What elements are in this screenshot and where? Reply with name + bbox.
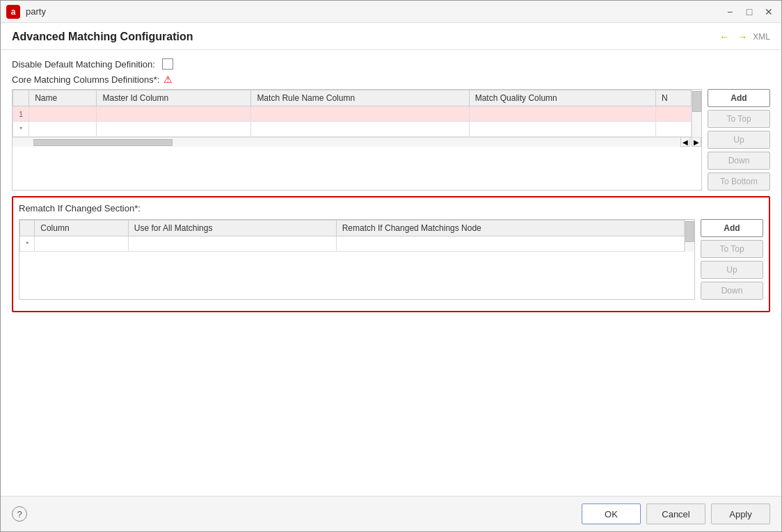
rematch-table-section: Column Use for All Matchings Rematch If …: [19, 219, 763, 300]
rematch-table-scroll[interactable]: Column Use for All Matchings Rematch If …: [19, 220, 685, 252]
core-horiz-thumb: [33, 139, 173, 146]
core-row-num-1: 1: [13, 106, 29, 122]
title-bar: a party − □ ✕: [1, 1, 781, 23]
core-cell-star-rule[interactable]: [251, 122, 469, 137]
core-table-section: Name Master Id Column Match Rule Name Co…: [12, 89, 770, 191]
core-cell-1-n[interactable]: [655, 106, 691, 122]
main-scroll-area[interactable]: Disable Default Matching Definition: Cor…: [1, 50, 781, 496]
bottom-bar: ? OK Cancel Apply: [1, 496, 781, 531]
core-cell-star-name[interactable]: [29, 122, 97, 137]
core-col-match-rule: Match Rule Name Column: [251, 90, 469, 106]
xml-label: XML: [753, 32, 770, 42]
rematch-row-num-star: *: [20, 236, 35, 252]
core-nav-arrows: ◀ ▶: [680, 137, 701, 147]
core-label: Core Matching Columns Definitions*:: [12, 74, 159, 85]
core-cell-1-name[interactable]: [29, 106, 97, 122]
core-buttons-col: Add To Top Up Down To Bottom: [708, 89, 770, 191]
rematch-header-row: Column Use for All Matchings Rematch If …: [20, 220, 685, 236]
core-table-new-row[interactable]: *: [13, 122, 692, 137]
minimize-button[interactable]: −: [723, 5, 737, 19]
core-to-bottom-button[interactable]: To Bottom: [708, 172, 770, 191]
rematch-to-top-button[interactable]: To Top: [701, 240, 763, 258]
dialog-title: Advanced Matching Configuration: [12, 31, 193, 43]
forward-arrow-button[interactable]: →: [735, 30, 750, 44]
core-cell-1-quality[interactable]: [469, 106, 655, 122]
core-col-name: Name: [29, 90, 97, 106]
core-table-scrollbar[interactable]: [692, 90, 701, 137]
rematch-col-rownum: [20, 220, 35, 236]
core-cell-star-quality[interactable]: [469, 122, 655, 137]
content-area: Advanced Matching Configuration ← → XML …: [1, 23, 781, 531]
cancel-button[interactable]: Cancel: [646, 503, 705, 524]
core-horiz-scrollbar[interactable]: ◀ ▶: [13, 137, 701, 147]
rematch-section: Rematch If Changed Section*: Column: [12, 196, 770, 312]
core-col-rownum: [13, 90, 29, 106]
core-table: Name Master Id Column Match Rule Name Co…: [13, 90, 692, 137]
window-controls: − □ ✕: [723, 5, 776, 19]
disable-checkbox[interactable]: [162, 58, 173, 70]
close-button[interactable]: ✕: [762, 5, 776, 19]
rematch-up-button[interactable]: Up: [701, 261, 763, 279]
core-scrollbar-thumb: [692, 91, 701, 112]
rematch-scrollbar-thumb: [685, 221, 694, 242]
rematch-table-container: Column Use for All Matchings Rematch If …: [19, 219, 695, 300]
core-to-top-button[interactable]: To Top: [708, 110, 770, 128]
disable-section-row: Disable Default Matching Definition:: [12, 58, 781, 70]
core-cell-1-master[interactable]: [97, 106, 251, 122]
rematch-col-node: Rematch If Changed Matchings Node: [336, 220, 684, 236]
core-cell-star-n[interactable]: [655, 122, 691, 137]
core-table-container: Name Master Id Column Match Rule Name Co…: [12, 89, 702, 191]
rematch-col-column: Column: [35, 220, 128, 236]
rematch-table: Column Use for All Matchings Rematch If …: [19, 220, 685, 252]
rematch-title: Rematch If Changed Section*:: [19, 203, 763, 213]
core-table-row[interactable]: 1: [13, 106, 692, 122]
rematch-table-scrollbar[interactable]: [685, 220, 694, 252]
core-table-scroll[interactable]: Name Master Id Column Match Rule Name Co…: [13, 90, 692, 137]
rematch-cell-star-use[interactable]: [128, 236, 336, 252]
core-scroll-right[interactable]: ▶: [692, 137, 701, 147]
core-add-button[interactable]: Add: [708, 89, 770, 107]
rematch-cell-star-node[interactable]: [336, 236, 684, 252]
core-up-button[interactable]: Up: [708, 131, 770, 149]
core-scroll-left[interactable]: ◀: [680, 137, 690, 147]
disable-label: Disable Default Matching Definition:: [12, 59, 155, 70]
ok-button[interactable]: OK: [582, 503, 641, 524]
core-col-n: N: [655, 90, 691, 106]
back-arrow-button[interactable]: ←: [717, 30, 732, 44]
rematch-table-new-row[interactable]: *: [20, 236, 685, 252]
core-section-label-row: Core Matching Columns Definitions*: ⚠: [12, 74, 781, 85]
core-col-master-id: Master Id Column: [97, 90, 251, 106]
core-row-num-star: *: [13, 122, 29, 137]
rematch-col-use-for-all: Use for All Matchings: [128, 220, 336, 236]
rematch-buttons-col: Add To Top Up Down: [701, 219, 763, 300]
core-col-match-quality: Match Quality Column: [469, 90, 655, 106]
apply-button[interactable]: Apply: [711, 503, 770, 524]
header-bar: Advanced Matching Configuration ← → XML: [1, 23, 781, 50]
window-title: party: [26, 6, 723, 17]
core-error-icon: ⚠: [163, 74, 173, 85]
core-cell-1-rule[interactable]: [251, 106, 469, 122]
rematch-cell-star-col[interactable]: [35, 236, 128, 252]
header-icons: ← → XML: [717, 30, 770, 44]
rematch-down-button[interactable]: Down: [701, 282, 763, 300]
rematch-add-button[interactable]: Add: [701, 219, 763, 237]
core-table-header-row: Name Master Id Column Match Rule Name Co…: [13, 90, 692, 106]
maximize-button[interactable]: □: [742, 5, 756, 19]
dialog-buttons: OK Cancel Apply: [582, 503, 770, 524]
core-table-inner: Name Master Id Column Match Rule Name Co…: [13, 90, 701, 137]
rematch-table-inner: Column Use for All Matchings Rematch If …: [19, 220, 694, 252]
help-button[interactable]: ?: [12, 506, 27, 522]
core-cell-star-master[interactable]: [97, 122, 251, 137]
app-logo: a: [6, 5, 20, 19]
core-down-button[interactable]: Down: [708, 152, 770, 170]
main-window: a party − □ ✕ Advanced Matching Configur…: [0, 0, 782, 532]
